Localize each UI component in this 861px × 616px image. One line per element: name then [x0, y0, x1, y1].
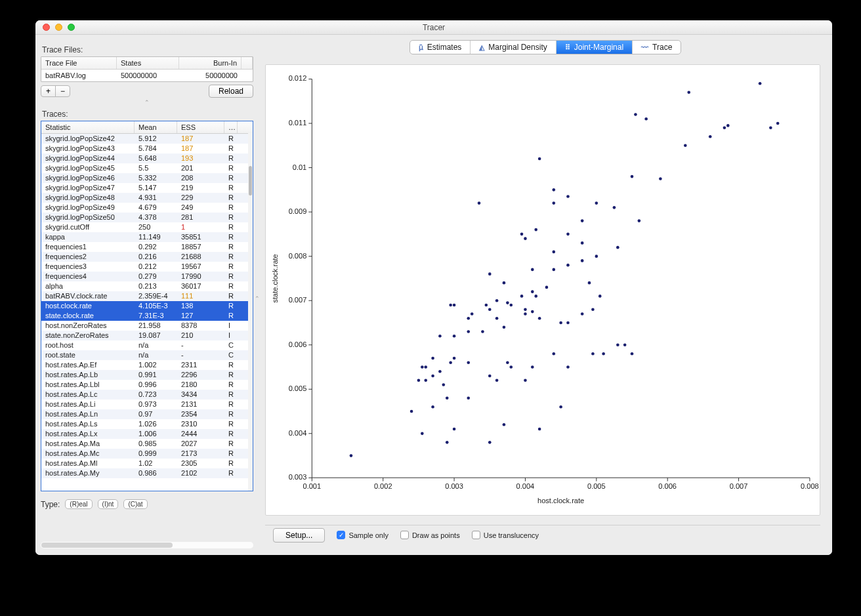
- trace-row[interactable]: frequencies30.21219567R: [41, 262, 253, 272]
- trace-row[interactable]: host.rates.Ap.Mc0.9992173R: [41, 449, 253, 459]
- col-statistic[interactable]: Statistic: [41, 121, 135, 133]
- remove-file-button[interactable]: −: [55, 85, 70, 97]
- trace-row[interactable]: host.nonZeroRates21.9588378I: [41, 321, 253, 331]
- traces-table[interactable]: Statistic Mean ESS … skygrid.logPopSize4…: [41, 121, 253, 491]
- col-file[interactable]: Trace File: [41, 57, 117, 69]
- add-file-button[interactable]: +: [41, 85, 56, 97]
- close-icon[interactable]: [43, 24, 50, 31]
- split-handle-1[interactable]: ⌃: [41, 99, 253, 106]
- trace-row[interactable]: host.rates.Ap.Ef1.0022311R: [41, 360, 253, 370]
- trace-row[interactable]: kappa11.14935851R: [41, 232, 253, 242]
- trace-row[interactable]: skygrid.logPopSize455.5201R: [41, 163, 253, 173]
- svg-point-127: [769, 126, 772, 129]
- titlebar[interactable]: Tracer: [35, 20, 832, 35]
- trace-type: R: [224, 213, 238, 222]
- col-states[interactable]: States: [117, 57, 179, 69]
- zoom-icon[interactable]: [68, 24, 75, 31]
- trace-row[interactable]: skygrid.logPopSize484.931229R: [41, 193, 253, 203]
- trace-row[interactable]: root.hostn/a-C: [41, 340, 253, 350]
- svg-point-64: [495, 379, 499, 382]
- trace-ess: 208: [177, 173, 224, 183]
- setup-button[interactable]: Setup...: [273, 528, 325, 543]
- svg-point-48: [431, 405, 434, 409]
- trace-type: C: [224, 340, 238, 350]
- svg-text:0.008: 0.008: [289, 252, 307, 260]
- split-handle-2[interactable]: ⌃: [255, 295, 260, 302]
- horizontal-scroll-thumb[interactable]: [41, 543, 173, 548]
- minimize-icon[interactable]: [55, 24, 62, 31]
- trace-stat: state.clock.rate: [41, 311, 135, 321]
- trace-row[interactable]: skygrid.logPopSize435.784187R: [41, 144, 253, 154]
- trace-mean: 5.332: [135, 173, 177, 183]
- trace-row[interactable]: host.rates.Ap.Lb0.9912296R: [41, 370, 253, 380]
- trace-mean: 5.648: [135, 154, 177, 163]
- trace-row[interactable]: host.rates.Ap.Lbl0.9962180R: [41, 380, 253, 390]
- tab-trace[interactable]: 〰 Trace: [633, 41, 681, 54]
- use-translucency-checkbox[interactable]: Use translucency: [472, 531, 539, 539]
- draw-as-points-checkbox[interactable]: Draw as points: [400, 531, 460, 539]
- trace-row[interactable]: host.clock.rate4.105E-3138R: [41, 301, 253, 311]
- svg-text:0.006: 0.006: [658, 482, 677, 490]
- trace-row[interactable]: alpha0.21336017R: [41, 281, 253, 291]
- svg-point-85: [453, 304, 456, 307]
- svg-point-68: [531, 365, 534, 369]
- trace-type: R: [224, 360, 238, 370]
- trace-row[interactable]: skygrid.logPopSize494.679249R: [41, 203, 253, 213]
- col-ess[interactable]: ESS: [177, 121, 224, 133]
- trace-row[interactable]: skygrid.logPopSize475.147219R: [41, 183, 253, 193]
- svg-point-44: [453, 428, 456, 431]
- type-int-button[interactable]: (I)nt: [98, 499, 119, 509]
- trace-row[interactable]: state.clock.rate7.31E-3127R: [41, 311, 253, 321]
- trace-row[interactable]: skygrid.logPopSize504.378281R: [41, 213, 253, 222]
- trace-row[interactable]: host.rates.Ap.Ml1.022305R: [41, 459, 253, 468]
- svg-point-99: [581, 312, 584, 316]
- trace-row[interactable]: frequencies20.21621688R: [41, 252, 253, 262]
- trace-row[interactable]: host.rates.Ap.Lx1.0062444R: [41, 429, 253, 439]
- trace-row[interactable]: skygrid.logPopSize425.912187R: [41, 134, 253, 144]
- trace-row[interactable]: host.rates.Ap.Ls1.0262310R: [41, 419, 253, 429]
- col-type[interactable]: …: [224, 121, 238, 133]
- type-real-button[interactable]: (R)eal: [65, 499, 92, 509]
- traces-body[interactable]: skygrid.logPopSize425.912187Rskygrid.log…: [41, 134, 253, 491]
- trace-row[interactable]: batRABV.clock.rate2.359E-4111R: [41, 291, 253, 301]
- trace-row[interactable]: host.rates.Ap.Ma0.9852027R: [41, 439, 253, 449]
- sample-only-checkbox[interactable]: Sample only: [337, 531, 388, 539]
- trace-stat: host.rates.Ap.Lbl: [41, 380, 135, 390]
- trace-row[interactable]: host.rates.Ap.Ln0.972354R: [41, 409, 253, 419]
- trace-stat: frequencies1: [41, 242, 135, 252]
- scroll-track[interactable]: [248, 133, 253, 491]
- file-burn[interactable]: 50000000: [179, 70, 242, 81]
- trace-row[interactable]: skygrid.cutOff2501R: [41, 222, 253, 232]
- trace-row[interactable]: state.nonZeroRates19.087210I: [41, 331, 253, 340]
- trace-row[interactable]: host.rates.Ap.Lc0.7233434R: [41, 390, 253, 400]
- svg-point-67: [524, 379, 527, 382]
- trace-files-table[interactable]: Trace File States Burn-In batRABV.log 50…: [41, 56, 253, 82]
- trace-type: R: [224, 173, 238, 183]
- trace-type: R: [224, 262, 238, 272]
- trace-file-row[interactable]: batRABV.log 500000000 50000000: [41, 70, 253, 81]
- trace-row[interactable]: frequencies10.29218857R: [41, 242, 253, 252]
- trace-row[interactable]: frequencies40.27917990R: [41, 272, 253, 281]
- tab-joint-marginal[interactable]: ⠿ Joint-Marginal: [556, 41, 633, 54]
- trace-row[interactable]: skygrid.logPopSize445.648193R: [41, 154, 253, 163]
- tab-marginal-density[interactable]: ◭ Marginal Density: [471, 41, 556, 54]
- trace-ess: 127: [177, 311, 224, 321]
- tab-estimates[interactable]: μ̄ Estimates: [410, 41, 471, 54]
- type-cat-button[interactable]: (C)at: [123, 499, 147, 509]
- plot-area[interactable]: 0.0010.0020.0030.0040.0050.0060.0070.008…: [265, 64, 820, 516]
- trace-row[interactable]: skygrid.logPopSize465.332208R: [41, 173, 253, 183]
- svg-point-113: [520, 233, 524, 236]
- col-burn[interactable]: Burn-In: [179, 57, 242, 69]
- svg-point-134: [595, 255, 598, 258]
- trace-row[interactable]: root.staten/a-C: [41, 350, 253, 360]
- trace-row[interactable]: host.rates.Ap.Li0.9732131R: [41, 400, 253, 409]
- trace-row[interactable]: host.rates.Ap.My0.9862102R: [41, 468, 253, 478]
- reload-button[interactable]: Reload: [209, 85, 253, 98]
- scroll-thumb[interactable]: [249, 166, 252, 195]
- col-mean[interactable]: Mean: [135, 121, 177, 133]
- horizontal-scrollbar[interactable]: [41, 542, 253, 548]
- svg-point-123: [634, 113, 637, 116]
- trace-ess: 2102: [177, 468, 224, 478]
- svg-point-93: [531, 310, 534, 314]
- trace-stat: skygrid.logPopSize43: [41, 144, 135, 154]
